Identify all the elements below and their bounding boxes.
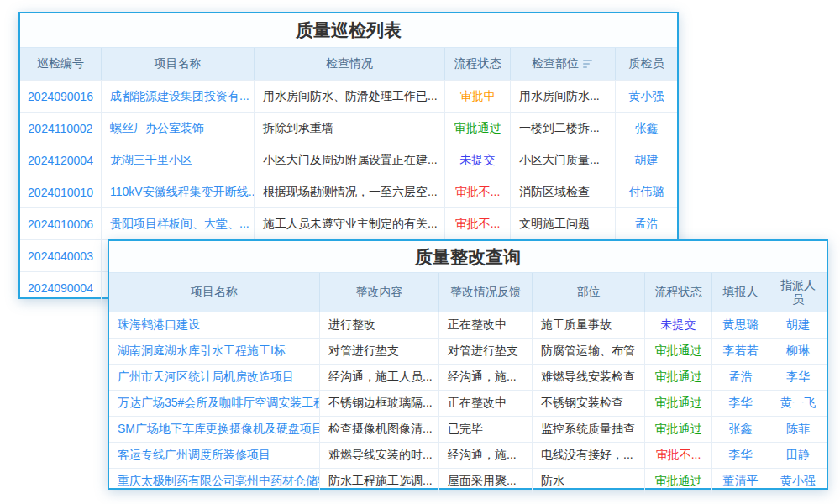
rectification-query-header-row: 项目名称整改内容整改情况反馈部位流程状态填报人指派人员 [109,272,827,312]
reporter-link[interactable]: 董清平 [712,469,769,494]
inspection-column-header-1: 项目名称 [102,48,255,80]
assignee-link[interactable]: 田静 [769,443,827,468]
inspector-link[interactable]: 张鑫 [616,113,677,144]
inspection-list-title: 质量巡检列表 [20,13,677,47]
inspection-id-link[interactable]: 2024120004 [20,144,102,176]
project-name-link[interactable]: SM广场地下车库更换摄像机及硬盘项目 [109,417,320,442]
column-header-label: 检查部位 [532,56,579,71]
assignee-link[interactable]: 胡建 [769,312,827,338]
rectify-content-text: 检查摄像机图像清... [320,417,439,442]
project-name-link[interactable]: 万达广场35#会所及咖啡厅空调安装工程 [109,391,320,416]
project-name-link[interactable]: 客运专线广州调度所装修项目 [109,443,320,468]
rectify-content-text: 经沟通，施工人员... [320,365,439,390]
rectify-content-text: 不锈钢边框玻璃隔... [320,391,439,416]
flow-status-text: 审批不... [645,443,712,468]
project-name-link[interactable]: 螺丝厂办公室装饰 [102,113,255,144]
inspection-column-header-2: 检查情况 [255,48,445,80]
rectification-column-header-0: 项目名称 [109,273,320,312]
rectification-column-header-3: 部位 [533,273,645,312]
rectify-feedback-text: 正在整改中 [439,391,533,416]
project-name-link[interactable]: 110kV安徽线程集变开断线... [102,176,255,207]
inspection-column-header-4[interactable]: 检查部位 [511,48,616,80]
reporter-link[interactable]: 李华 [712,391,769,416]
rectification-query-title: 质量整改查询 [109,241,827,272]
rectify-feedback-text: 对管进行垫支 [439,339,533,364]
inspector-link[interactable]: 黄小强 [616,81,677,112]
column-header-label: 流程状态 [454,56,501,71]
inspection-detail-text: 根据现场勘测情况，一至六层空... [255,176,445,207]
reporter-link[interactable]: 李华 [712,443,769,468]
inspector-link[interactable]: 付伟璐 [616,176,677,207]
inspection-column-header-0: 巡检编号 [20,48,102,80]
inspector-link[interactable]: 胡建 [616,144,677,176]
flow-status-text: 审批通过 [645,391,712,416]
flow-status-text: 审批不... [445,208,511,239]
inspector-link[interactable]: 孟浩 [616,208,677,239]
inspection-id-link[interactable]: 2024110002 [20,113,102,144]
inspection-id-link[interactable]: 2024040003 [20,240,102,271]
reporter-link[interactable]: 孟浩 [712,365,769,390]
rectification-column-header-5: 填报人 [712,273,769,312]
part-text: 难燃导线安装检查 [533,365,645,390]
project-name-link[interactable]: 龙湖三千里小区 [102,144,255,176]
table-row: SM广场地下车库更换摄像机及硬盘项目检查摄像机图像清...已完毕监控系统质量抽查… [109,416,827,442]
assignee-link[interactable]: 柳琳 [769,339,827,364]
assignee-link[interactable]: 陈菲 [769,417,827,442]
table-row: 广州市天河区统计局机房改造项目经沟通，施工人员...经沟通，施...难燃导线安装… [109,364,827,390]
reporter-link[interactable]: 李若若 [712,339,769,364]
inspection-detail-text: 用水房间防水、防滑处理工作已... [255,81,445,112]
inspection-detail-text: 小区大门及周边附属设置正在建... [255,144,445,176]
rectify-content-text: 进行整改 [320,312,439,338]
project-name-link[interactable]: 成都能源建设集团投资有... [102,81,255,112]
flow-status-text: 审批不... [445,176,511,207]
reporter-link[interactable]: 黄思璐 [712,312,769,338]
rectify-content-text: 对管进行垫支 [320,339,439,364]
rectification-query-window: 质量整改查询 项目名称整改内容整改情况反馈部位流程状态填报人指派人员 珠海鹤港口… [108,239,828,490]
part-text: 不锈钢安装检查 [533,391,645,416]
column-header-label: 流程状态 [655,285,702,300]
column-header-label: 填报人 [723,285,759,300]
column-header-label: 部位 [577,285,601,300]
flow-status-text: 审批通过 [645,365,712,390]
inspection-id-link[interactable]: 2024090004 [20,272,102,303]
inspected-part-text: 文明施工问题 [511,208,616,239]
inspection-column-header-5: 质检员 [616,48,677,80]
column-header-label: 整改内容 [356,285,403,300]
project-name-link[interactable]: 珠海鹤港口建设 [109,312,320,338]
flow-status-text: 审批通过 [445,113,511,144]
column-header-label: 项目名称 [191,285,238,300]
project-name-link[interactable]: 重庆太极制药有限公司亳州中药材仓储物 [109,469,320,494]
flow-status-text: 审批通过 [645,469,712,494]
rectification-column-header-1: 整改内容 [320,273,439,312]
reporter-link[interactable]: 张鑫 [712,417,769,442]
flow-status-text: 审批通过 [645,417,712,442]
column-header-label: 项目名称 [155,56,202,71]
inspection-id-link[interactable]: 2024010006 [20,208,102,239]
inspected-part-text: 小区大门质量... [511,144,616,176]
inspection-detail-text: 施工人员未遵守业主制定的有关... [255,208,445,239]
inspection-id-link[interactable]: 2024090016 [20,81,102,112]
sort-icon[interactable] [583,59,594,69]
assignee-link[interactable]: 黄小强 [769,469,827,494]
part-text: 施工质量事故 [533,312,645,338]
column-header-label: 质检员 [629,56,664,71]
project-name-link[interactable]: 贵阳项目样板间、大堂、... [102,208,255,239]
inspected-part-text: 消防区域检查 [511,176,616,207]
column-header-label: 整改情况反馈 [450,285,521,300]
table-row: 2024010006贵阳项目样板间、大堂、...施工人员未遵守业主制定的有关..… [20,207,677,239]
inspection-list-header-row: 巡检编号项目名称检查情况流程状态检查部位质检员 [20,47,677,80]
part-text: 防腐管运输、布管 [533,339,645,364]
assignee-link[interactable]: 黄一飞 [769,391,827,416]
project-name-link[interactable]: 广州市天河区统计局机房改造项目 [109,365,320,390]
column-header-label: 检查情况 [326,56,373,71]
project-name-link[interactable]: 湖南洞庭湖水库引水工程施工I标 [109,339,320,364]
table-row: 2024120004龙湖三千里小区小区大门及周边附属设置正在建...未提交小区大… [20,144,677,176]
part-text: 防水 [533,469,645,494]
rectify-feedback-text: 经沟通，施... [439,365,533,390]
rectify-feedback-text: 已完毕 [439,417,533,442]
assignee-link[interactable]: 李华 [769,365,827,390]
rectification-column-header-4: 流程状态 [645,273,712,312]
rectification-column-header-2: 整改情况反馈 [439,273,533,312]
inspection-id-link[interactable]: 2024010010 [20,176,102,207]
rectification-column-header-6: 指派人员 [769,273,827,312]
